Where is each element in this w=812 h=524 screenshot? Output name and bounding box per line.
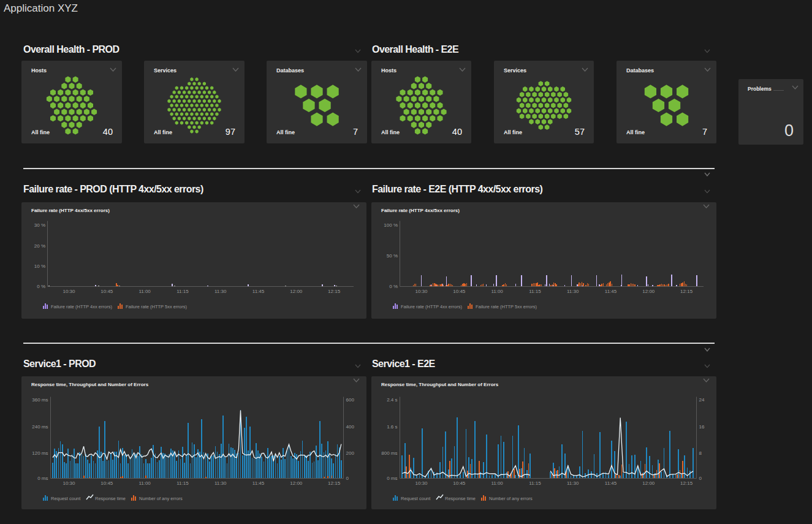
svg-text:10 %: 10 % <box>34 264 45 269</box>
svg-text:12:00: 12:00 <box>290 289 303 294</box>
svg-text:0: 0 <box>346 476 349 481</box>
svg-text:400: 400 <box>346 424 355 430</box>
svg-text:1.6 s: 1.6 s <box>387 424 397 430</box>
svg-text:200: 200 <box>346 450 355 456</box>
svg-text:11:30: 11:30 <box>214 480 227 486</box>
svg-text:Request count: Request count <box>51 496 81 501</box>
svg-text:10:45: 10:45 <box>101 289 113 294</box>
svg-text:10:30: 10:30 <box>415 480 428 486</box>
svg-text:Number of any errors: Number of any errors <box>489 496 533 501</box>
svg-text:Request count: Request count <box>401 496 431 501</box>
svg-text:10:45: 10:45 <box>101 480 113 486</box>
svg-text:Failure rate (HTTP 4xx errors): Failure rate (HTTP 4xx errors) <box>401 304 462 309</box>
svg-text:10:45: 10:45 <box>453 289 466 294</box>
svg-text:Failure rate (HTTP 5xx errors): Failure rate (HTTP 5xx errors) <box>476 304 537 309</box>
svg-text:12:00: 12:00 <box>642 480 655 486</box>
svg-text:12:00: 12:00 <box>290 480 303 486</box>
svg-text:11:15: 11:15 <box>529 289 541 294</box>
svg-text:11:30: 11:30 <box>214 289 227 294</box>
svg-text:Failure rate (HTTP 4xx errors): Failure rate (HTTP 4xx errors) <box>51 304 112 309</box>
svg-text:Response time: Response time <box>445 496 476 501</box>
svg-text:10:30: 10:30 <box>415 289 428 294</box>
svg-text:360 ms: 360 ms <box>32 397 48 403</box>
svg-text:11:15: 11:15 <box>529 480 541 486</box>
svg-text:Response time: Response time <box>95 496 126 501</box>
svg-text:30 %: 30 % <box>34 222 45 228</box>
svg-text:50 %: 50 % <box>387 253 398 259</box>
svg-text:0 ms: 0 ms <box>37 476 48 481</box>
svg-text:10:30: 10:30 <box>63 480 75 486</box>
svg-text:11:45: 11:45 <box>252 289 265 294</box>
svg-text:12:15: 12:15 <box>328 289 341 294</box>
svg-text:11:15: 11:15 <box>176 480 189 486</box>
svg-text:11:00: 11:00 <box>138 289 151 294</box>
svg-text:10:30: 10:30 <box>63 289 75 294</box>
svg-text:24: 24 <box>699 397 705 403</box>
svg-text:120 ms: 120 ms <box>32 450 48 456</box>
svg-text:11:30: 11:30 <box>567 480 579 486</box>
svg-text:2.4 s: 2.4 s <box>387 397 397 403</box>
svg-text:11:00: 11:00 <box>491 289 503 294</box>
svg-text:Failure rate (HTTP 5xx errors): Failure rate (HTTP 5xx errors) <box>126 304 187 309</box>
svg-text:10:45: 10:45 <box>453 480 466 486</box>
svg-text:12:15: 12:15 <box>680 289 693 294</box>
svg-text:11:00: 11:00 <box>491 480 503 486</box>
svg-text:20 %: 20 % <box>34 243 45 249</box>
svg-text:240 ms: 240 ms <box>32 424 48 430</box>
svg-text:Number of any errors: Number of any errors <box>139 496 183 501</box>
svg-text:0 %: 0 % <box>389 284 398 289</box>
svg-text:11:45: 11:45 <box>605 480 617 486</box>
svg-text:16: 16 <box>699 424 705 430</box>
svg-text:12:15: 12:15 <box>680 480 693 486</box>
svg-text:11:45: 11:45 <box>252 480 265 486</box>
svg-text:600: 600 <box>346 397 355 403</box>
svg-text:800 ms: 800 ms <box>381 450 397 456</box>
svg-text:0 ms: 0 ms <box>387 476 397 481</box>
svg-text:12:00: 12:00 <box>642 289 655 294</box>
svg-text:11:15: 11:15 <box>176 289 189 294</box>
svg-text:11:30: 11:30 <box>567 289 579 294</box>
svg-text:8: 8 <box>699 450 702 456</box>
svg-text:0 %: 0 % <box>37 284 45 289</box>
svg-text:0: 0 <box>699 476 702 481</box>
svg-text:11:45: 11:45 <box>605 289 617 294</box>
svg-text:100 %: 100 % <box>384 222 398 228</box>
svg-text:11:00: 11:00 <box>138 480 151 486</box>
svg-text:12:15: 12:15 <box>328 480 341 486</box>
